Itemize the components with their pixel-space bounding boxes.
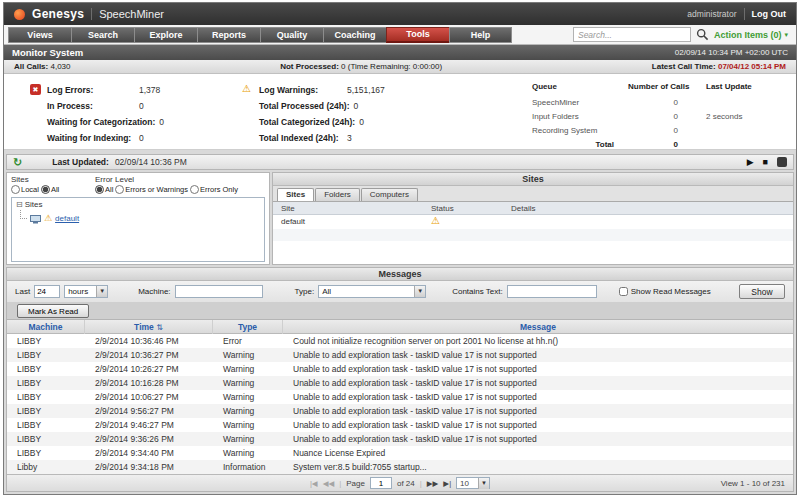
column-header-machine[interactable]: Machine xyxy=(7,320,85,334)
warning-icon: ⚠ xyxy=(431,215,440,226)
tab-computers[interactable]: Computers xyxy=(361,188,418,201)
last-page-button[interactable]: ▶| xyxy=(443,479,451,488)
nav-tab-search[interactable]: Search xyxy=(71,27,134,43)
search-icon[interactable] xyxy=(696,28,709,41)
warning-icon: ⚠ xyxy=(242,84,253,145)
errors-or-warnings-radio[interactable] xyxy=(115,185,124,194)
refresh-icon[interactable]: ↻ xyxy=(13,157,22,168)
latest-call-time: Latest Call Time: 07/04/12 05:14 PM xyxy=(652,62,786,71)
tab-sites[interactable]: Sites xyxy=(277,188,314,201)
messages-filter-bar: Last hours▼ Machine: Type: All▼ Contains… xyxy=(7,281,793,303)
play-icon[interactable]: ▶ xyxy=(747,158,754,167)
nav-tab-reports[interactable]: Reports xyxy=(197,27,260,43)
tree-root-label: Sites xyxy=(25,200,43,209)
page-input[interactable] xyxy=(370,477,392,489)
show-read-messages-option[interactable]: Show Read Messages xyxy=(619,287,711,296)
brand-name: Genesys xyxy=(32,7,84,21)
tab-folders[interactable]: Folders xyxy=(315,188,360,201)
column-header-time[interactable]: Time ⇅ xyxy=(85,320,213,334)
collapse-icon[interactable]: ⊟ xyxy=(16,200,23,209)
next-page-button[interactable]: ▶▶ xyxy=(427,479,439,488)
tree-connector xyxy=(20,210,27,219)
tree-node-default[interactable]: ⚠ default xyxy=(20,209,260,224)
radio-option-all-errors[interactable]: All xyxy=(95,185,113,194)
table-row[interactable]: LIBBY2/9/2014 10:06:27 PMWarningUnable t… xyxy=(7,390,793,404)
messages-table-header: Machine Time ⇅ Type Message xyxy=(7,320,793,334)
nav-tab-help[interactable]: Help xyxy=(449,27,512,43)
monitor-panels: Sites Local All Error Level All Errors o… xyxy=(6,172,794,265)
table-row[interactable]: LIBBY2/9/2014 10:36:27 PMWarningUnable t… xyxy=(7,348,793,362)
chevron-down-icon: ▼ xyxy=(478,478,489,489)
table-row[interactable]: LIBBY2/9/2014 10:36:46 PMErrorCould not … xyxy=(7,334,793,348)
panel-menu-icon[interactable] xyxy=(777,157,787,167)
top-bar: Genesys SpeechMiner administrator Log Ou… xyxy=(4,3,796,25)
divider xyxy=(91,8,92,20)
page-size-select[interactable]: 10▼ xyxy=(456,477,490,489)
last-hours-input[interactable] xyxy=(34,285,60,298)
stat-row: Waiting for Categorization:0 xyxy=(47,114,242,130)
monitor-toolbar: ↻ Last Updated: 02/09/14 10:36 PM ▶ ■ xyxy=(6,154,794,170)
stop-icon[interactable]: ■ xyxy=(763,158,768,167)
local-radio[interactable] xyxy=(11,185,20,194)
mark-as-read-button[interactable]: Mark As Read xyxy=(17,304,89,318)
radio-option-errors-only[interactable]: Errors Only xyxy=(190,185,238,194)
nav-tabs: Views Search Explore Reports Quality Coa… xyxy=(8,27,512,43)
show-read-checkbox[interactable] xyxy=(619,287,628,296)
prev-page-button[interactable]: ◀◀ xyxy=(323,479,335,488)
table-row[interactable]: LIBBY2/9/2014 9:34:40 PMWarningNuance Li… xyxy=(7,446,793,460)
last-updated-label: Last Updated: xyxy=(52,157,109,167)
chevron-down-icon: ▼ xyxy=(96,286,107,297)
view-status: View 1 - 10 of 231 xyxy=(721,479,785,488)
queue-name: SpeechMiner xyxy=(532,97,628,111)
action-items-label: Action Items (0) xyxy=(714,30,782,40)
queue-header: Queue xyxy=(532,82,628,97)
sort-icon[interactable]: ⇅ xyxy=(156,323,163,332)
table-row[interactable]: LIBBY2/9/2014 9:36:26 PMWarningUnable to… xyxy=(7,432,793,446)
nav-tab-quality[interactable]: Quality xyxy=(260,27,323,43)
all-errors-radio[interactable] xyxy=(95,185,104,194)
column-header-type[interactable]: Type xyxy=(213,320,283,334)
site-default-link[interactable]: default xyxy=(55,214,79,223)
empty-row-stripe xyxy=(273,229,793,241)
show-button[interactable]: Show xyxy=(739,284,785,299)
contains-text-input[interactable] xyxy=(507,285,597,298)
radio-option-errors-or-warnings[interactable]: Errors or Warnings xyxy=(115,185,188,194)
queue-header: Number of Calls xyxy=(628,82,706,97)
column-header-message[interactable]: Message xyxy=(283,320,793,334)
table-row[interactable]: LIBBY2/9/2014 10:16:28 PMWarningUnable t… xyxy=(7,376,793,390)
type-select[interactable]: All▼ xyxy=(318,285,426,298)
action-items-menu[interactable]: Action Items (0) ▾ xyxy=(714,30,788,40)
table-row[interactable]: LIBBY2/9/2014 9:56:27 PMWarningUnable to… xyxy=(7,404,793,418)
first-page-button[interactable]: |◀ xyxy=(310,479,318,488)
tree-root-sites[interactable]: ⊟ Sites xyxy=(16,200,260,209)
errors-only-radio[interactable] xyxy=(190,185,199,194)
mark-as-read-bar: Mark As Read xyxy=(7,303,793,320)
page-title-bar: Monitor System 02/09/14 10:34 PM +02:00 … xyxy=(4,45,796,60)
nav-tab-coaching[interactable]: Coaching xyxy=(323,27,386,43)
nav-tab-explore[interactable]: Explore xyxy=(134,27,197,43)
stats-panel: ✖ Log Errors:1,378 In Process:0 Waiting … xyxy=(4,74,796,150)
radio-option-all-sites[interactable]: All xyxy=(41,185,59,194)
sites-tree: ⊟ Sites ⚠ default xyxy=(11,197,265,262)
table-row[interactable]: Libby2/9/2014 9:34:18 PMInformationSyste… xyxy=(7,460,793,474)
machine-input[interactable] xyxy=(175,285,263,298)
error-stats: ✖ Log Errors:1,378 In Process:0 Waiting … xyxy=(30,82,242,145)
table-row[interactable]: LIBBY2/9/2014 9:46:27 PMWarningUnable to… xyxy=(7,418,793,432)
not-processed: Not Processed: 0 (Time Remaining: 0:00:0… xyxy=(280,62,442,71)
table-row[interactable]: LIBBY2/9/2014 10:26:27 PMWarningUnable t… xyxy=(7,362,793,376)
all-sites-radio[interactable] xyxy=(41,185,50,194)
divider xyxy=(744,8,745,20)
radio-option-local[interactable]: Local xyxy=(11,185,39,194)
nav-tab-tools[interactable]: Tools xyxy=(386,27,449,43)
nav-tab-views[interactable]: Views xyxy=(8,27,71,43)
search-input[interactable] xyxy=(573,27,691,42)
contains-text-label: Contains Text: xyxy=(452,287,503,296)
messages-section: Messages Last hours▼ Machine: Type: All▼… xyxy=(6,267,794,492)
sites-filter-panel: Sites Local All Error Level All Errors o… xyxy=(6,172,270,265)
queue-calls: 0 xyxy=(628,111,706,125)
queue-update xyxy=(706,97,782,111)
last-unit-select[interactable]: hours▼ xyxy=(64,285,108,298)
logout-link[interactable]: Log Out xyxy=(752,9,787,19)
app-name: SpeechMiner xyxy=(99,8,164,20)
site-name-cell[interactable]: default xyxy=(273,215,423,229)
